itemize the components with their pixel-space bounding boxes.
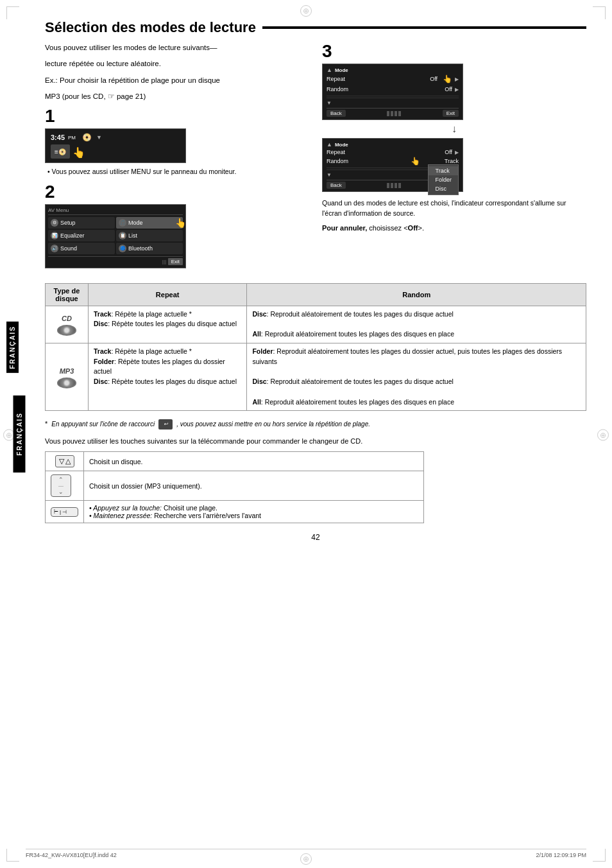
- av-menu-title: AV Menu: [48, 207, 183, 215]
- cd-disc-cell: CD: [46, 306, 89, 343]
- table-header: Type dedisque Repeat Random: [46, 283, 586, 306]
- mp3-repeat-disc-term: Disc: [94, 378, 108, 385]
- mp3-disc-icon: MP3: [51, 366, 83, 388]
- screen1-back-btn[interactable]: Back: [327, 110, 346, 117]
- track-bullet1-text: Choisit une plage.: [164, 504, 217, 512]
- prog-bar-7: [395, 183, 397, 188]
- arrow-between-screens: ↓: [322, 123, 586, 135]
- mp3-disc-cell: MP3: [46, 343, 89, 411]
- folder-up-chevron: ⌃: [58, 476, 64, 483]
- repeat2-arrow[interactable]: ▶: [455, 150, 459, 155]
- bluetooth-label: Bluetooth: [128, 245, 153, 252]
- up-arrow-icon: △: [65, 457, 71, 465]
- mode-screen1-repeat-row: Repeat Off 👆 ▶: [327, 73, 459, 85]
- screen1-mode-title: Mode: [335, 67, 348, 73]
- step2-number: 2: [45, 183, 309, 201]
- mode-progress-bars: [387, 111, 401, 116]
- mode-value-repeat2: Off ▶: [445, 149, 459, 155]
- setup-icon: ⚙: [51, 219, 58, 227]
- screen1-random-label: Random: [327, 86, 348, 92]
- mp3-repeat-folder-term: Folder: [94, 358, 114, 365]
- spacer-rows: [327, 96, 459, 98]
- hand-cursor-1: 👆: [72, 146, 85, 159]
- corner-mark-bl: [6, 849, 19, 862]
- av-menu-item-equalizer[interactable]: 📊 Equalizer: [48, 230, 115, 241]
- screen2-up-icon: ▲: [327, 141, 332, 148]
- cancel-text: Pour annuler, choisissez <Off>.: [322, 224, 586, 232]
- cd-repeat-cell: Track: Répète la plage actuelle * Disc: …: [89, 306, 247, 343]
- cd-random-disc-term: Disc: [252, 310, 266, 318]
- cd-repeat-track-term: Track: [94, 310, 111, 318]
- col-disc-type: Type dedisque: [46, 283, 89, 306]
- folder-desc-text: Choisit un dossier (MP3 uniquement).: [89, 482, 202, 490]
- track-bullet2-prefix: • Maintenez pressée:: [89, 512, 152, 519]
- step3-number: 3: [322, 42, 586, 60]
- screen-period: PM: [68, 135, 76, 141]
- screen2-random-label: Random: [327, 158, 348, 164]
- remote-table: ▽ △ Choisit un disque. ⌃ — ⌄: [45, 451, 424, 523]
- prog-bar-2: [391, 111, 393, 116]
- sound-label: Sound: [60, 245, 77, 252]
- option-track[interactable]: Track: [429, 166, 458, 175]
- av-menu-item-list[interactable]: 📋 List: [116, 230, 183, 241]
- left-column: Vous pouvez utiliser les modes de lectur…: [45, 42, 309, 273]
- shortcut-icon: ↩: [158, 419, 173, 430]
- sidebar-francais: FRANÇAIS: [6, 322, 19, 373]
- track-separator: |: [60, 509, 61, 515]
- screen1-down-icon: ▼: [327, 100, 459, 106]
- list-icon: 📋: [119, 232, 126, 239]
- cd-disc-icon: CD: [51, 313, 83, 336]
- screen-time: 3:45: [51, 134, 65, 141]
- mode-description: Quand un des modes de lecture est choisi…: [322, 198, 586, 219]
- remote-table-body: ▽ △ Choisit un disque. ⌃ — ⌄: [46, 452, 424, 523]
- col-random: Random: [247, 283, 586, 306]
- mode-screen-1: ▲ Mode Repeat Off 👆 ▶ Random: [322, 64, 463, 120]
- exit-button[interactable]: Exit: [168, 258, 183, 265]
- screen1-up-icon: ▲: [327, 67, 332, 73]
- mode-icon: 🎵: [119, 219, 126, 227]
- mode-value-random: Off ▶: [445, 86, 459, 92]
- page: ⊕ ⊕ ⊕ ⊕ FRANÇAIS Sélection des modes de …: [0, 0, 612, 868]
- remote-arrows-icon-cell: ▽ △: [46, 452, 84, 471]
- screen1-repeat-label: Repeat: [327, 76, 345, 82]
- option-disc[interactable]: Disc: [429, 184, 458, 193]
- remote-row-arrows: ▽ △ Choisit un disque.: [46, 452, 424, 471]
- remote-track-icon-cell: ⊢ | ⊣: [46, 501, 84, 523]
- cd-random-all-term: All: [252, 330, 260, 338]
- av-menu-item-bluetooth[interactable]: 🔵 Bluetooth: [116, 243, 183, 254]
- mode-value-random2: Track: [445, 158, 459, 164]
- prog-bar-3: [395, 111, 397, 116]
- mp3-random-cell: Folder: Reproduit aléatoirement toutes l…: [247, 343, 586, 411]
- screen2-repeat-label: Repeat: [327, 149, 345, 155]
- screen-menu-symbol: ≡📀: [55, 148, 66, 155]
- divider1: [327, 96, 459, 96]
- track-fwd-icon: ⊣: [62, 509, 67, 515]
- footer-left: FR34-42_KW-AVX810[EU]f.indd 42: [26, 852, 117, 858]
- screen-hand-area: ≡📀 👆: [51, 144, 180, 159]
- step1-screen: 3:45 PM 📀 ▼ ≡📀 👆: [45, 128, 186, 163]
- screen2-back-btn[interactable]: Back: [327, 182, 346, 189]
- random-arrow[interactable]: ▶: [455, 87, 459, 92]
- av-menu: AV Menu ⚙ Setup 🎵 Mode 👆 📊: [45, 204, 186, 268]
- screen1-exit-btn[interactable]: Exit: [443, 110, 459, 117]
- setup-label: Setup: [60, 220, 76, 226]
- track-bullet2-text: Recherche vers l'arrière/vers l'avant: [154, 512, 261, 519]
- option-folder[interactable]: Folder: [429, 175, 458, 184]
- av-menu-item-setup[interactable]: ⚙ Setup: [48, 217, 115, 229]
- mp3-random-all-term: All: [252, 398, 260, 406]
- intro-line4: MP3 (pour les CD, ☞ page 21): [45, 91, 309, 102]
- right-column: 3 ▲ Mode Repeat Off 👆 ▶: [322, 42, 586, 273]
- remote-intro-text: Vous pouvez utiliser les touches suivant…: [45, 436, 586, 447]
- bluetooth-icon: 🔵: [119, 245, 126, 252]
- mp3-random-folder-term: Folder: [252, 347, 273, 355]
- step1-bullet: • Vous pouvez aussi utiliser MENU sur le…: [45, 167, 309, 177]
- mode-value-repeat: Off 👆 ▶: [430, 74, 459, 83]
- footnote-asterisk: *: [45, 419, 47, 430]
- prog-bar-8: [398, 183, 401, 188]
- folder-down-chevron: ⌄: [58, 489, 64, 495]
- mode-screen2-repeat-row: Repeat Off ▶: [327, 148, 459, 157]
- mp3-repeat-cell: Track: Répète la plage actuelle * Folder…: [89, 343, 247, 411]
- repeat-arrow[interactable]: ▶: [455, 76, 459, 82]
- av-menu-item-sound[interactable]: 🔊 Sound: [48, 243, 115, 254]
- av-menu-item-mode[interactable]: 🎵 Mode 👆: [116, 217, 183, 229]
